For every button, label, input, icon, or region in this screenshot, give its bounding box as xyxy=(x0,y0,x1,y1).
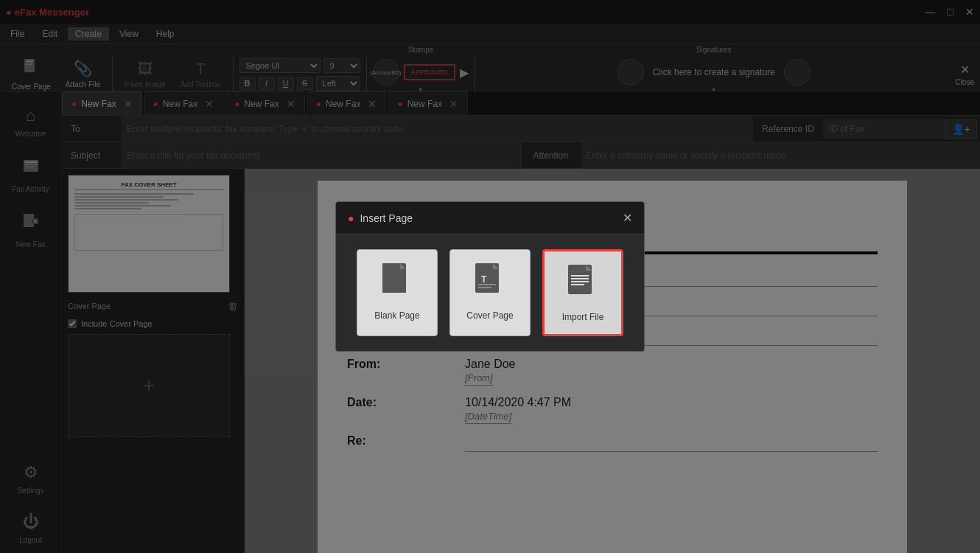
modal-header: ● Insert Page ✕ xyxy=(336,202,644,234)
modal-overlay: ● Insert Page ✕ Blank Page T xyxy=(0,0,980,553)
svg-rect-24 xyxy=(571,281,589,282)
modal-body: Blank Page T Cover Page xyxy=(336,234,644,351)
modal-title: ● Insert Page xyxy=(348,212,413,224)
insert-cover-label: Cover Page xyxy=(466,310,513,321)
insert-import-label: Import File xyxy=(562,312,604,322)
modal-fax-icon: ● xyxy=(348,212,354,224)
blank-page-icon xyxy=(379,262,415,303)
svg-rect-19 xyxy=(478,287,491,288)
insert-option-blank[interactable]: Blank Page xyxy=(357,249,438,336)
insert-page-modal: ● Insert Page ✕ Blank Page T xyxy=(335,201,645,352)
svg-rect-18 xyxy=(478,284,496,285)
svg-rect-25 xyxy=(571,284,584,285)
cover-page-icon: T xyxy=(472,262,508,303)
modal-close-button[interactable]: ✕ xyxy=(623,211,632,225)
import-file-icon xyxy=(565,263,601,305)
svg-rect-22 xyxy=(571,275,589,276)
svg-rect-23 xyxy=(571,278,589,279)
insert-option-import[interactable]: Import File xyxy=(542,249,623,336)
insert-blank-label: Blank Page xyxy=(374,310,419,321)
modal-title-text: Insert Page xyxy=(360,212,413,224)
svg-text:T: T xyxy=(481,274,487,285)
insert-option-cover[interactable]: T Cover Page xyxy=(449,249,531,336)
